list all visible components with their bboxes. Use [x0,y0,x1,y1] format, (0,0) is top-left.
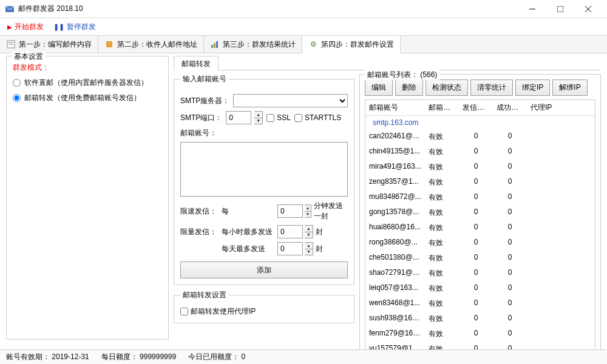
maximize-button[interactable] [546,0,574,18]
rate-spinner[interactable]: ▲▼ [305,204,311,218]
svg-rect-2 [557,6,563,12]
smtp-server-select[interactable] [233,94,348,107]
smtp-port-input[interactable] [226,111,251,124]
cell-ok: 0 [493,175,527,190]
pause-send-button[interactable]: ❚❚ 暂停群发 [53,22,96,32]
play-icon: ▶ [7,24,12,30]
limit-hour-input[interactable] [277,225,303,238]
col-ip[interactable]: 代理IP [527,100,595,115]
table-row[interactable]: shao72791@1...有效00 [365,266,595,281]
cell-ip [527,175,595,190]
limit-day-spinner[interactable]: ▲▼ [305,242,313,255]
check-status-button[interactable]: 检测状态 [426,79,468,96]
step-2-tab[interactable]: 第二步：收件人邮件地址 [98,36,204,53]
cell-status: 有效 [425,251,459,266]
edit-button[interactable]: 编辑 [365,79,393,96]
group-row[interactable]: smtp.163.com [365,116,595,129]
relay-subtab[interactable]: 邮箱转发 [174,56,219,70]
main-toolbar: ▶ 开始群发 ❚❚ 暂停群发 [0,18,607,35]
close-button[interactable] [574,0,602,18]
cell-account: mira491@163... [365,160,425,175]
step-1-label: 第一步：编写邮件内容 [19,39,92,50]
cell-sent: 0 [459,129,493,144]
pause-icon: ❚❚ [53,23,64,31]
relay-settings-legend: 邮箱转发设置 [180,290,229,300]
cell-status: 有效 [425,281,459,296]
table-row[interactable]: gong13578@...有效00 [365,205,595,220]
cell-status: 有效 [425,235,459,251]
used: 今日已用额度： 0 [188,352,245,362]
cell-sent: 0 [459,281,493,296]
cell-account: che501380@1... [365,251,425,266]
cell-account: mu8348672@... [365,190,425,205]
steps-tabs: 第一步：编写邮件内容 第二步：收件人邮件地址 第三步：群发结果统计 ⚙ 第四步：… [0,35,607,53]
unbind-ip-button[interactable]: 解绑IP [552,79,587,96]
cell-status: 有效 [425,190,459,205]
cell-ok: 0 [493,296,527,311]
smtp-port-spinner[interactable]: ▲▼ [254,111,263,124]
account-input-legend: 输入邮箱账号 [180,74,229,84]
rate-text1: 每 [222,206,273,217]
smtp-server-row: SMTP服务器： [180,94,348,107]
use-proxy-checkbox[interactable]: 邮箱转发使用代理IP [180,306,348,317]
cell-ok: 0 [493,144,527,160]
rate-input[interactable] [277,204,303,218]
cell-ip [527,251,595,266]
step-1-tab[interactable]: 第一步：编写邮件内容 [0,36,98,53]
table-row[interactable]: huai8680@16...有效00 [365,220,595,235]
clear-stats-button[interactable]: 清零统计 [470,79,513,96]
table-row[interactable]: chin49135@1...有效00 [365,144,595,160]
relay-mail-radio[interactable]: 邮箱转发（使用免费邮箱账号发信） [13,93,162,103]
cell-account: gong13578@... [365,205,425,220]
table-row[interactable]: mira491@163...有效00 [365,160,595,175]
table-row[interactable]: wen83468@1...有效00 [365,296,595,311]
smtp-port-row: SMTP端口： ▲▼ SSL STARTTLS [180,111,348,124]
gear-icon: ⚙ [308,39,318,49]
start-send-button[interactable]: ▶ 开始群发 [7,22,44,32]
table-row[interactable]: sush938@163...有效00 [365,311,595,326]
table-row[interactable]: fenm279@163...有效00 [365,326,595,342]
limit-day-unit: 封 [316,244,323,254]
limit-hour-spinner[interactable]: ▲▼ [305,225,313,238]
minimize-button[interactable] [518,0,546,18]
cell-ok: 0 [493,266,527,281]
table-row[interactable]: zeng8357@1...有效00 [365,175,595,190]
direct-mail-radio[interactable]: 软件直邮（使用内置邮件服务器发信） [13,78,162,88]
accounts-textarea[interactable] [180,142,348,197]
table-row[interactable]: che501380@1...有效00 [365,251,595,266]
list-toolbar: 编辑 删除 检测状态 清零统计 绑定IP 解绑IP [365,79,595,96]
ssl-checkbox[interactable]: SSL [266,113,291,122]
delete-button[interactable]: 删除 [395,79,423,96]
table-row[interactable]: leiq057@163...有效00 [365,281,595,296]
start-label: 开始群发 [15,22,44,32]
cell-account: leiq057@163... [365,281,425,296]
basic-settings-panel: 基本设置 群发模式： 软件直邮（使用内置邮件服务器发信） 邮箱转发（使用免费邮箱… [6,56,169,340]
direct-mail-radio-input[interactable] [13,79,21,87]
right-content: 输入邮箱账号 SMTP服务器： SMTP端口： ▲▼ SSL STARTTLS … [174,70,601,363]
account-table[interactable]: 邮箱账号 邮箱状态 发信数量 成功数量 代理IP smtp.163.com ca… [365,99,595,357]
col-sent[interactable]: 发信数量 [459,100,493,115]
step-3-tab[interactable]: 第三步：群发结果统计 [204,36,302,53]
relay-settings-fieldset: 邮箱转发设置 邮箱转发使用代理IP [174,290,354,323]
step-4-tab[interactable]: ⚙ 第四步：群发邮件设置 [302,36,401,53]
table-row[interactable]: rong38680@...有效00 [365,235,595,251]
cell-ip [527,190,595,205]
cell-sent: 0 [459,190,493,205]
col-ok[interactable]: 成功数量 [493,100,527,115]
cell-sent: 0 [459,205,493,220]
limit-day-input[interactable] [277,242,303,255]
add-button[interactable]: 添加 [180,261,348,278]
starttls-checkbox[interactable]: STARTTLS [294,113,341,122]
cell-ok: 0 [493,326,527,342]
table-row[interactable]: mu8348672@...有效00 [365,190,595,205]
account-list-legend: 邮箱账号列表： (566) [365,70,439,80]
svg-rect-11 [216,41,218,48]
relay-mail-radio-input[interactable] [13,94,21,102]
table-row[interactable]: can202461@1...有效00 [365,129,595,144]
col-status[interactable]: 邮箱状态 [425,100,459,115]
col-account[interactable]: 邮箱账号 [365,100,425,115]
expiry: 账号有效期： 2019-12-31 [6,352,89,362]
svg-rect-9 [211,45,213,48]
bind-ip-button[interactable]: 绑定IP [515,79,550,96]
cell-account: chin49135@1... [365,144,425,160]
